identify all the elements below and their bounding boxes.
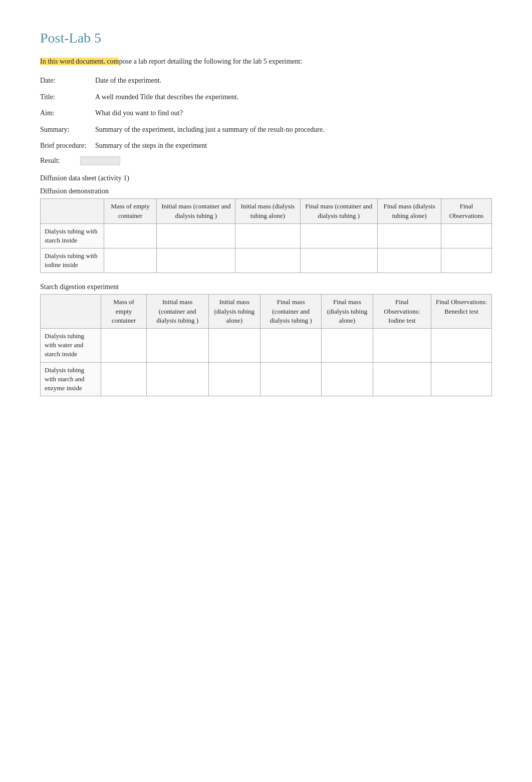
summary-row: Summary: Summary of the experiment, incl… bbox=[40, 124, 492, 135]
starch-header-6: Final Observations: Iodine test bbox=[373, 295, 431, 329]
diffusion-cell-0-4 bbox=[300, 223, 377, 248]
intro-paragraph: In this word document, compose a lab rep… bbox=[40, 56, 492, 67]
aim-label: Aim: bbox=[40, 108, 95, 119]
starch-row-label-1: Dialysis tubing with starch and enzyme i… bbox=[41, 362, 101, 396]
starch-header-0 bbox=[41, 295, 101, 329]
diffusion-cell-1-6 bbox=[441, 248, 492, 273]
starch-cell-1-7 bbox=[431, 362, 492, 396]
starch-cell-1-3 bbox=[208, 362, 260, 396]
result-label: Result: bbox=[40, 157, 80, 165]
brief-procedure-label: Brief procedure: bbox=[40, 140, 95, 151]
starch-table: Mass of empty container Initial mass (co… bbox=[40, 294, 492, 396]
diffusion-data-sheet-title: Diffusion data sheet (activity 1) bbox=[40, 174, 492, 182]
diffusion-header-1: Mass of empty container bbox=[104, 199, 157, 223]
diffusion-cell-1-3 bbox=[235, 248, 300, 273]
highlighted-text: In this word document, com bbox=[40, 58, 119, 65]
diffusion-header-3: Initial mass (dialysis tubing alone) bbox=[235, 199, 300, 223]
diffusion-cell-1-4 bbox=[300, 248, 377, 273]
result-row: Result: bbox=[40, 156, 492, 165]
intro-rest: pose a lab report detailing the followin… bbox=[119, 58, 302, 65]
starch-header-2: Initial mass (container and dialysis tub… bbox=[146, 295, 208, 329]
diffusion-row-label-1: Dialysis tubing with iodine inside bbox=[41, 248, 104, 273]
starch-header-7: Final Observations: Benedict test bbox=[431, 295, 492, 329]
diffusion-cell-0-3 bbox=[235, 223, 300, 248]
diffusion-header-4: Final mass (container and dialysis tubin… bbox=[300, 199, 377, 223]
diffusion-cell-0-6 bbox=[441, 223, 492, 248]
diffusion-cell-1-5 bbox=[378, 248, 441, 273]
title-row: Title: A well rounded Title that describ… bbox=[40, 92, 492, 103]
starch-cell-0-3 bbox=[208, 329, 260, 363]
starch-cell-1-6 bbox=[373, 362, 431, 396]
starch-cell-1-5 bbox=[322, 362, 373, 396]
starch-cell-0-6 bbox=[373, 329, 431, 363]
diffusion-header-2: Initial mass (container and dialysis tub… bbox=[157, 199, 235, 223]
date-row: Date: Date of the experiment. bbox=[40, 75, 492, 86]
title-label: Title: bbox=[40, 92, 95, 103]
diffusion-header-6: Final Observations bbox=[441, 199, 492, 223]
result-box bbox=[80, 156, 120, 165]
date-label: Date: bbox=[40, 75, 95, 86]
starch-cell-1-1 bbox=[101, 362, 147, 396]
diffusion-header-5: Final mass (dialysis tubing alone) bbox=[378, 199, 441, 223]
table-row: Dialysis tubing with starch inside bbox=[41, 223, 492, 248]
aim-row: Aim: What did you want to find out? bbox=[40, 108, 492, 119]
starch-cell-0-2 bbox=[146, 329, 208, 363]
diffusion-row-label-0: Dialysis tubing with starch inside bbox=[41, 223, 104, 248]
starch-header-4: Final mass (container and dialysis tubin… bbox=[260, 295, 322, 329]
date-value: Date of the experiment. bbox=[95, 75, 492, 86]
starch-header-5: Final mass (dialysis tubing alone) bbox=[322, 295, 373, 329]
starch-digestion-title: Starch digestion experiment bbox=[40, 283, 492, 291]
diffusion-header-0 bbox=[41, 199, 104, 223]
table-row: Dialysis tubing with iodine inside bbox=[41, 248, 492, 273]
diffusion-cell-1-2 bbox=[157, 248, 235, 273]
summary-label: Summary: bbox=[40, 124, 95, 135]
starch-cell-1-4 bbox=[260, 362, 322, 396]
fields-section: Date: Date of the experiment. Title: A w… bbox=[40, 75, 492, 151]
title-value: A well rounded Title that describes the … bbox=[95, 92, 492, 103]
starch-row-label-0: Dialysis tubing with water and starch in… bbox=[41, 329, 101, 363]
starch-cell-0-7 bbox=[431, 329, 492, 363]
diffusion-cell-0-1 bbox=[104, 223, 157, 248]
starch-cell-0-4 bbox=[260, 329, 322, 363]
brief-procedure-value: Summary of the steps in the experiment bbox=[95, 140, 492, 151]
aim-value: What did you want to find out? bbox=[95, 108, 492, 119]
starch-header-3: Initial mass (dialysis tubing alone) bbox=[208, 295, 260, 329]
table-row: Dialysis tubing with water and starch in… bbox=[41, 329, 492, 363]
page-title: Post-Lab 5 bbox=[40, 30, 492, 46]
diffusion-table: Mass of empty container Initial mass (co… bbox=[40, 198, 492, 273]
diffusion-cell-1-1 bbox=[104, 248, 157, 273]
diffusion-demonstration-title: Diffusion demonstration bbox=[40, 187, 492, 195]
starch-cell-1-2 bbox=[146, 362, 208, 396]
starch-header-1: Mass of empty container bbox=[101, 295, 147, 329]
summary-value: Summary of the experiment, including jus… bbox=[95, 124, 492, 135]
brief-procedure-row: Brief procedure: Summary of the steps in… bbox=[40, 140, 492, 151]
diffusion-cell-0-2 bbox=[157, 223, 235, 248]
starch-cell-0-1 bbox=[101, 329, 147, 363]
diffusion-cell-0-5 bbox=[378, 223, 441, 248]
table-row: Dialysis tubing with starch and enzyme i… bbox=[41, 362, 492, 396]
starch-cell-0-5 bbox=[322, 329, 373, 363]
